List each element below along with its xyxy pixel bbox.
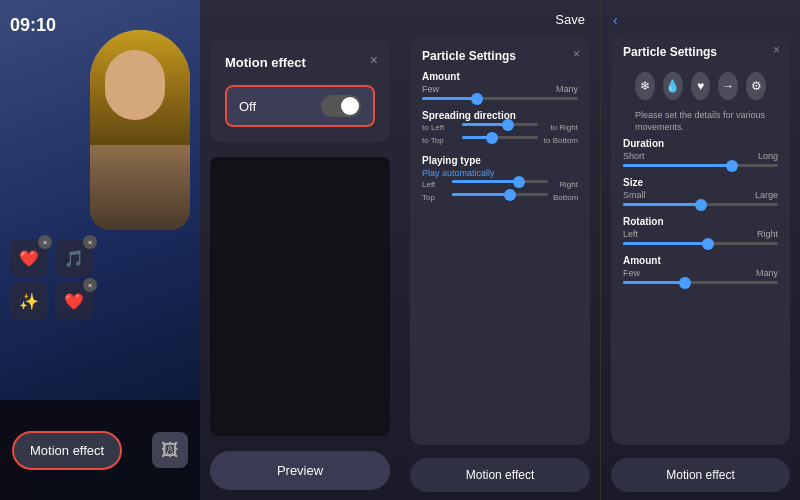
amount-range-labels: Few Many: [422, 84, 578, 94]
spread-h-thumb[interactable]: [502, 119, 514, 131]
spread-h-slider[interactable]: [462, 123, 538, 126]
rotation-range-labels: Left Right: [623, 229, 778, 239]
play-tb-slider[interactable]: [452, 193, 548, 196]
panel4-header: ‹: [601, 0, 800, 33]
amount4-min: Few: [623, 268, 640, 278]
play-auto-label: Play automatically: [422, 168, 578, 178]
panel-wallpaper: 09:10 ❤️ × 🎵 × ✨ ❤️ ×: [0, 0, 200, 500]
panel-motion-dialog: Motion effect × Off Preview: [200, 0, 400, 500]
amount-slider[interactable]: [422, 97, 578, 100]
play-bottom-label: Bottom: [553, 193, 578, 202]
spread-h-fill: [462, 123, 508, 126]
duration-thumb[interactable]: [726, 160, 738, 172]
duration-min: Short: [623, 151, 645, 161]
snowflake-icon[interactable]: ❄: [635, 72, 655, 100]
amount-fill: [422, 97, 477, 100]
preview-button[interactable]: Preview: [210, 451, 390, 490]
sticker-close-icon[interactable]: ×: [83, 278, 97, 292]
heart-icon[interactable]: ♥: [691, 72, 711, 100]
rotation-thumb[interactable]: [702, 238, 714, 250]
amount-label: Amount: [422, 71, 578, 82]
toggle-label: Off: [239, 99, 256, 114]
motion-dialog: Motion effect × Off: [210, 40, 390, 142]
panel4-bottom: Motion effect: [601, 450, 800, 500]
particle-settings-panel: Particle Settings × Amount Few Many Spre…: [410, 37, 590, 445]
duration-fill: [623, 164, 732, 167]
spread-v-thumb[interactable]: [486, 132, 498, 144]
sticker-item[interactable]: ✨: [10, 282, 48, 320]
panel-particle-settings: Save Particle Settings × Amount Few Many…: [400, 0, 600, 500]
spread-v-slider[interactable]: [462, 136, 538, 139]
icon-row: ❄ 💧 ♥ → ⚙: [623, 67, 778, 105]
particle-settings-title: Particle Settings: [422, 49, 578, 63]
sticker-close-icon[interactable]: ×: [38, 235, 52, 249]
amount4-thumb[interactable]: [679, 277, 691, 289]
particle-detail-title: Particle Settings: [623, 45, 778, 59]
sticker-close-icon[interactable]: ×: [83, 235, 97, 249]
play-left-label: Left: [422, 180, 447, 189]
rotation-max: Right: [757, 229, 778, 239]
size-thumb[interactable]: [695, 199, 707, 211]
panel-particle-detail: ‹ Particle Settings × ❄ 💧 ♥ → ⚙ Please s…: [600, 0, 800, 500]
rotation-slider[interactable]: [623, 242, 778, 245]
spreading-v-row: to Top to Bottom: [422, 136, 578, 145]
amount-max: Many: [556, 84, 578, 94]
play-tb-row: Top Bottom: [422, 193, 578, 202]
play-tb-thumb[interactable]: [504, 189, 516, 201]
gallery-icon[interactable]: 🖼: [152, 432, 188, 468]
amount-thumb[interactable]: [471, 93, 483, 105]
playing-type-setting: Playing type Play automatically Left Rig…: [422, 155, 578, 202]
water-icon[interactable]: 💧: [663, 72, 683, 100]
toggle-switch[interactable]: [321, 95, 361, 117]
size-max: Large: [755, 190, 778, 200]
spreading-h-row: to Left to Right: [422, 123, 578, 132]
motion-effect-button-4[interactable]: Motion effect: [611, 458, 790, 492]
sticker-item[interactable]: ❤️ ×: [10, 239, 48, 277]
amount-min: Few: [422, 84, 439, 94]
play-lr-slider[interactable]: [452, 180, 548, 183]
time-display: 09:10: [10, 15, 56, 36]
size-label: Size: [623, 177, 778, 188]
close-icon[interactable]: ×: [773, 43, 780, 57]
duration-max: Long: [758, 151, 778, 161]
playing-type-label: Playing type: [422, 155, 578, 166]
spread-left-label: to Left: [422, 123, 457, 132]
spread-right-label: to Right: [543, 123, 578, 132]
detail-note: Please set the details for various movem…: [623, 105, 778, 138]
close-icon[interactable]: ×: [370, 52, 378, 68]
save-button[interactable]: Save: [555, 12, 585, 27]
play-lr-thumb[interactable]: [513, 176, 525, 188]
motion-effect-button-3[interactable]: Motion effect: [410, 458, 590, 492]
girl-face: [105, 50, 165, 120]
sticker-item[interactable]: ❤️ ×: [55, 282, 93, 320]
gear-icon[interactable]: ⚙: [746, 72, 766, 100]
size-fill: [623, 203, 701, 206]
duration-range-labels: Short Long: [623, 151, 778, 161]
play-right-label: Right: [553, 180, 578, 189]
amount-setting: Amount Few Many: [422, 71, 578, 100]
spreading-setting: Spreading direction to Left to Right to …: [422, 110, 578, 145]
rotation-fill: [623, 242, 708, 245]
amount4-fill: [623, 281, 685, 284]
size-slider[interactable]: [623, 203, 778, 206]
duration-slider[interactable]: [623, 164, 778, 167]
amount4-slider[interactable]: [623, 281, 778, 284]
rotation-label: Rotation: [623, 216, 778, 227]
amount4-max: Many: [756, 268, 778, 278]
motion-effect-button[interactable]: Motion effect: [12, 431, 122, 470]
sticker-item[interactable]: 🎵 ×: [55, 239, 93, 277]
panel3-bottom: Motion effect: [400, 450, 600, 500]
spread-top-label: to Top: [422, 136, 457, 145]
particle-detail-panel: Particle Settings × ❄ 💧 ♥ → ⚙ Please set…: [611, 33, 790, 445]
panel-header: Save: [400, 0, 600, 32]
close-icon[interactable]: ×: [573, 47, 580, 61]
size-min: Small: [623, 190, 646, 200]
sticker-grid: ❤️ × 🎵 × ✨ ❤️ ×: [10, 239, 95, 320]
duration-setting: Duration Short Long: [623, 138, 778, 167]
back-arrow-icon[interactable]: ‹: [613, 12, 618, 28]
toggle-knob: [341, 97, 359, 115]
arrow-icon[interactable]: →: [718, 72, 738, 100]
girl-figure: [90, 30, 190, 230]
amount4-range-labels: Few Many: [623, 268, 778, 278]
bottom-bar: Motion effect 🖼: [0, 400, 200, 500]
